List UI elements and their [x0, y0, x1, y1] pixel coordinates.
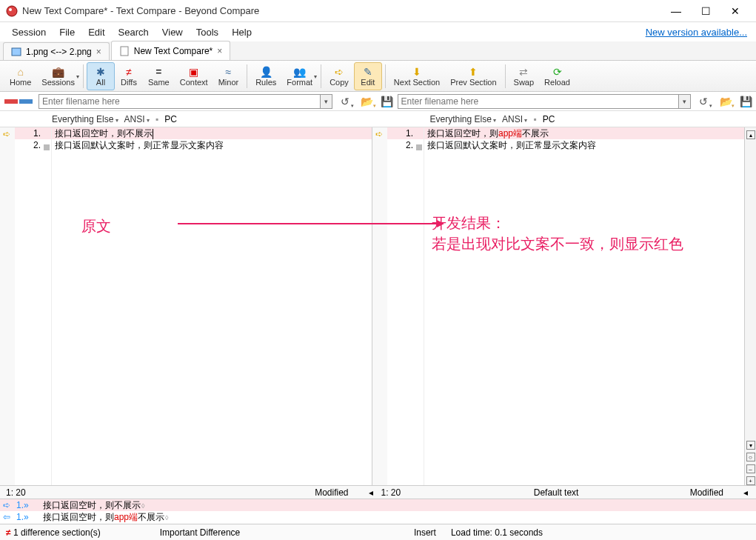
maximize-button[interactable]: ☐ [691, 1, 720, 21]
arrow-up-icon: ⬆ [469, 66, 478, 78]
content-area: ➪ 1. 2. 接口返回空时，则不展示 接口返回默认文案时，则正常显示文案内容 … [0, 127, 756, 485]
menu-file[interactable]: File [53, 24, 81, 40]
tab-png-compare[interactable]: 1.png <--> 2.png × [3, 42, 110, 60]
close-icon[interactable]: × [217, 46, 222, 56]
chevron-down-icon[interactable]: ▾ [321, 94, 332, 109]
same-button[interactable]: =Same [143, 62, 175, 90]
side-rails: ▴ ▾ ○ – + [744, 127, 756, 485]
left-gutter: ➪ [0, 127, 15, 485]
copy-button[interactable]: ➪Copy [324, 62, 354, 90]
titlebar: New Text Compare* - Text Compare - Beyon… [0, 0, 756, 22]
minor-button[interactable]: ≈Minor [213, 62, 244, 90]
open-folder-button[interactable]: 📂 [358, 94, 377, 109]
separator: ▪ [533, 114, 536, 124]
left-line-numbers: 1. 2. [15, 127, 52, 485]
filter-dropdown[interactable]: Everything Else [430, 114, 497, 124]
menu-edit[interactable]: Edit [82, 24, 110, 40]
separator [83, 64, 84, 88]
right-pane: ➪ 1. 2. 接口返回空时，则app端不展示 接口返回默认文案时，则正常显示文… [372, 127, 744, 485]
tab-text-compare[interactable]: New Text Compare* × [111, 41, 231, 60]
document-icon [119, 46, 130, 56]
left-file-controls: ▾ ↺ 📂 💾 [39, 94, 395, 109]
menu-tools[interactable]: Tools [190, 24, 224, 40]
text-line: 接口返回空时，则不展示 [52, 127, 372, 139]
right-editor[interactable]: ➪ 1. 2. 接口返回空时，则app端不展示 接口返回默认文案时，则正常显示文… [372, 127, 744, 485]
menubar: Session File Edit Search View Tools Help… [0, 22, 756, 41]
platform-label: PC [164, 114, 177, 124]
separator [247, 64, 247, 88]
all-button[interactable]: ✱All [87, 62, 115, 90]
context-button[interactable]: ▣Context [175, 62, 213, 90]
right-file-controls: ▾ ↺ 📂 💾 [398, 94, 754, 109]
scroll-left-button[interactable]: ◂ [738, 487, 753, 498]
left-ruler: 1: 20 Modified ◂ [3, 487, 378, 498]
tab-bar: 1.png <--> 2.png × New Text Compare* × [0, 41, 756, 61]
svg-rect-5 [19, 99, 33, 104]
minimize-button[interactable]: — [661, 1, 691, 21]
menu-session[interactable]: Session [6, 24, 52, 40]
asterisk-icon: ✱ [96, 66, 105, 78]
separator [385, 64, 386, 88]
menu-view[interactable]: View [156, 24, 189, 40]
rail-plus-button[interactable]: + [746, 476, 755, 485]
close-icon[interactable]: × [96, 47, 101, 57]
line-number: 1. [15, 127, 51, 139]
rules-button[interactable]: 👤Rules [250, 62, 281, 90]
recent-button[interactable]: ↺ [335, 94, 355, 109]
equal-icon: = [155, 66, 161, 78]
text-line: 接口返回默认文案时，则正常显示文案内容 [52, 139, 372, 151]
separator [505, 64, 506, 88]
app-icon [6, 5, 18, 17]
new-version-link[interactable]: New version available... [646, 27, 750, 38]
thumbnail-left[interactable] [3, 94, 36, 109]
rail-up-button[interactable]: ▴ [746, 130, 755, 139]
encoding-dropdown[interactable]: ANSI [502, 114, 527, 124]
svg-rect-7 [416, 144, 422, 150]
right-filename-input[interactable] [398, 94, 680, 109]
filter-dropdown[interactable]: Everything Else [52, 114, 118, 124]
open-folder-button[interactable]: 📂 [716, 94, 735, 109]
right-gutter: ➪ [372, 127, 387, 485]
reload-button[interactable]: ⟳Reload [539, 62, 575, 90]
right-ruler: 1: 20 Default text Modified ◂ [378, 487, 754, 498]
swap-icon: ⇄ [519, 66, 528, 78]
right-text: 接口返回空时，则app端不展示 接口返回默认文案时，则正常显示文案内容 [424, 127, 744, 485]
diff-line-right: ⇦ 1.» 接口返回空时，则app端不展示◊ [0, 511, 756, 523]
platform-label: PC [543, 114, 555, 124]
format-button[interactable]: 👥Format▾ [281, 62, 318, 90]
rail-down-button[interactable]: ▾ [746, 441, 755, 450]
sessions-button[interactable]: 💼Sessions▾ [36, 62, 80, 90]
menu-search[interactable]: Search [113, 24, 155, 40]
swap-button[interactable]: ⇄Swap [509, 62, 540, 90]
separator [321, 64, 321, 88]
toolbar: ⌂Home 💼Sessions▾ ✱All ≠Diffs =Same ▣Cont… [0, 61, 756, 92]
left-editor[interactable]: ➪ 1. 2. 接口返回空时，则不展示 接口返回默认文案时，则正常显示文案内容 [0, 127, 372, 485]
save-button[interactable]: 💾 [380, 94, 395, 109]
left-filename-input[interactable] [39, 94, 321, 109]
encoding-bar: Everything Else ANSI ▪ PC Everything Els… [0, 111, 756, 127]
window-controls: — ☐ ✕ [661, 1, 750, 21]
line-number: 2. [15, 139, 51, 151]
diff-line-left: ➪ 1.» 接口返回空时，则不展示◊ [0, 499, 756, 511]
image-icon [11, 47, 21, 57]
text-line: 接口返回默认文案时，则正常显示文案内容 [424, 139, 744, 151]
svg-rect-4 [4, 99, 18, 104]
chevron-down-icon[interactable]: ▾ [679, 94, 691, 109]
home-button[interactable]: ⌂Home [4, 62, 36, 90]
recent-button[interactable]: ↺ [694, 94, 713, 109]
status-bar: ≠ 1 difference section(s) Important Diff… [0, 524, 756, 540]
prev-section-button[interactable]: ⬆Prev Section [445, 62, 501, 90]
rail-dot-button[interactable]: ○ [746, 453, 755, 461]
close-button[interactable]: ✕ [720, 1, 750, 21]
scroll-left-button[interactable]: ◂ [364, 487, 378, 498]
diffs-button[interactable]: ≠Diffs [115, 62, 143, 90]
edit-button[interactable]: ✎Edit [354, 62, 382, 90]
context-icon: ▣ [189, 66, 198, 78]
menu-help[interactable]: Help [226, 24, 258, 40]
file-status: Modified [690, 487, 738, 498]
insert-mode: Insert [414, 527, 436, 538]
encoding-dropdown[interactable]: ANSI [124, 114, 150, 124]
save-button[interactable]: 💾 [738, 94, 753, 109]
next-section-button[interactable]: ⬇Next Section [389, 62, 445, 90]
rail-line-button[interactable]: – [746, 464, 755, 473]
